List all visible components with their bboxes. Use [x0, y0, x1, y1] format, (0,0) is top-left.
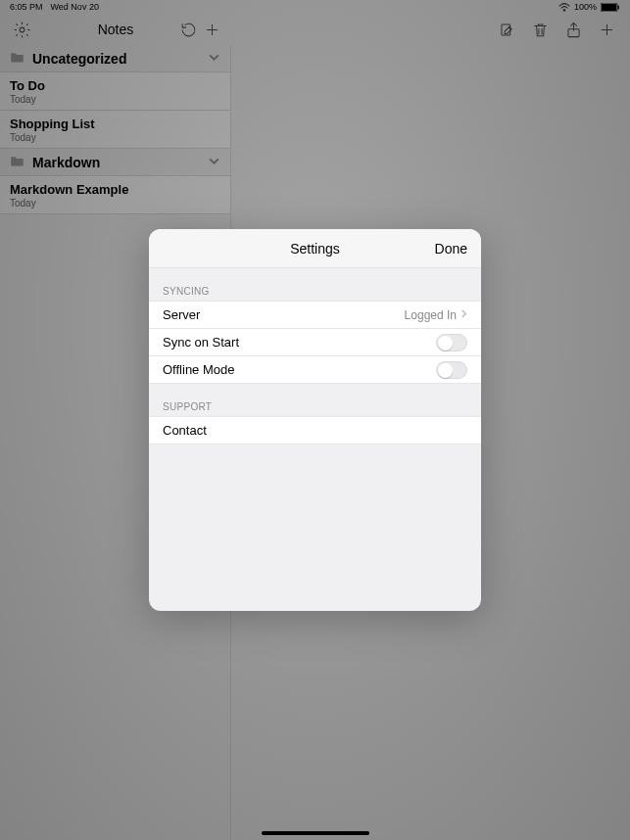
modal-header: Settings Done: [149, 229, 481, 268]
section-header-syncing: SYNCING: [149, 268, 481, 301]
modal-body: SYNCING Server Logged In Sync on Start O…: [149, 268, 481, 611]
settings-modal: Settings Done SYNCING Server Logged In S…: [149, 229, 481, 611]
row-label: Contact: [163, 423, 207, 438]
contact-row[interactable]: Contact: [149, 417, 481, 444]
sync-on-start-row: Sync on Start: [149, 329, 481, 356]
modal-overlay[interactable]: Settings Done SYNCING Server Logged In S…: [0, 0, 630, 840]
section-header-support: SUPPORT: [149, 384, 481, 416]
sync-on-start-toggle[interactable]: [436, 334, 467, 351]
home-indicator[interactable]: [262, 831, 369, 835]
row-label: Sync on Start: [163, 335, 239, 350]
chevron-right-icon: [460, 307, 467, 322]
server-value: Logged In: [405, 308, 457, 322]
offline-mode-toggle[interactable]: [436, 361, 467, 379]
offline-mode-row: Offline Mode: [149, 356, 481, 384]
row-label: Server: [163, 307, 200, 322]
row-label: Offline Mode: [163, 362, 234, 377]
done-button[interactable]: Done: [435, 241, 481, 257]
server-row[interactable]: Server Logged In: [149, 302, 481, 329]
modal-title: Settings: [149, 241, 481, 257]
